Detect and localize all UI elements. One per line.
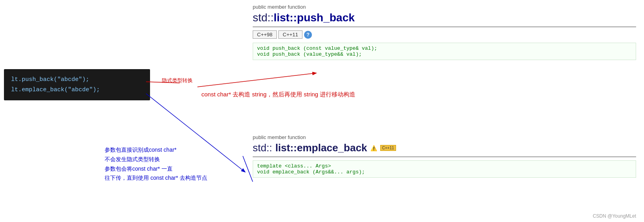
emplace-code-line1: template <class... Args> <box>257 163 632 169</box>
push-back-code-line2: void push_back (value_type&& val); <box>257 51 632 57</box>
func-name-push-back: list::push_back <box>274 11 355 24</box>
warning-icon: ⚠️ <box>370 145 377 151</box>
blue-line-2: 不会发生隐式类型转换 <box>105 155 207 164</box>
emplace-code-line2: void emplace_back (Args&&... args); <box>257 169 632 175</box>
help-icon[interactable]: ? <box>304 31 312 39</box>
doc-panel-emplace-back: public member function std::list::emplac… <box>245 130 644 185</box>
emplace-back-code: template <class... Args> void emplace_ba… <box>253 160 636 178</box>
public-member-label-1: public member function <box>253 4 636 10</box>
blue-line-3: 参数包会将const char* 一直 <box>105 164 207 174</box>
svg-line-1 <box>197 73 316 87</box>
page-container: public member function std::list::push_b… <box>0 0 644 222</box>
cpp11-badge: C++11 <box>380 145 396 151</box>
code-line-2: lt.emplace_back("abcde"); <box>11 85 143 95</box>
tab-cpp11[interactable]: C++11 <box>278 30 302 39</box>
annotation-const-char: const char* 去构造 string，然后再使用 string 进行移动… <box>201 91 355 98</box>
function-title-push-back: std::list::push_back <box>253 11 636 27</box>
std-prefix-1: std:: <box>253 11 274 24</box>
annotation-implicit: 隐式类型转换 <box>162 77 193 84</box>
tab-cpp98[interactable]: C++98 <box>253 30 277 39</box>
push-back-code: void push_back (const value_type& val); … <box>253 43 636 60</box>
code-panel: lt.push_back("abcde"); lt.emplace_back("… <box>4 69 150 100</box>
std-prefix-2: std:: <box>253 142 272 154</box>
public-member-label-2: public member function <box>253 134 636 140</box>
annotation-blue: 参数包直接识别成const char* 不会发生隐式类型转换 参数包会将cons… <box>105 145 207 183</box>
push-back-code-line1: void push_back (const value_type& val); <box>257 45 632 51</box>
code-line-1: lt.push_back("abcde"); <box>11 75 143 85</box>
doc-panel-push-back: public member function std::list::push_b… <box>245 0 644 67</box>
blue-line-1: 参数包直接识别成const char* <box>105 145 207 155</box>
function-title-emplace-back: std::list::emplace_back ⚠️ C++11 <box>253 142 636 157</box>
footer: CSDN @YoungMLet <box>593 213 636 219</box>
blue-line-4: 往下传，直到使用 const char* 去构造节点 <box>105 173 207 183</box>
func-name-emplace-back: list::emplace_back <box>275 142 367 154</box>
version-tabs: C++98 C++11 ? <box>253 30 636 39</box>
